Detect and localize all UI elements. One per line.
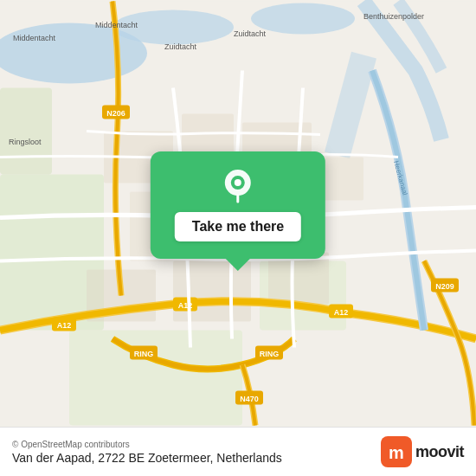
address-label: Van der Aapad, 2722 BE Zoetermeer, Nethe… (12, 451, 282, 465)
moovit-brand-name: moovit (415, 443, 464, 461)
svg-text:Ringsloot: Ringsloot (9, 138, 42, 146)
svg-rect-6 (69, 331, 242, 426)
svg-text:Middentacht: Middentacht (95, 21, 138, 29)
osm-credit: © OpenStreetMap contributors (12, 440, 282, 449)
svg-text:RING: RING (134, 350, 154, 358)
moovit-logo: m moovit (381, 436, 464, 467)
svg-point-3 (251, 3, 355, 35)
svg-text:m: m (389, 443, 404, 462)
location-pin-icon (219, 167, 257, 205)
svg-text:Zuidtacht: Zuidtacht (164, 42, 197, 51)
svg-text:A12: A12 (334, 308, 349, 317)
footer: © OpenStreetMap contributors Van der Aap… (0, 427, 476, 476)
location-popup[interactable]: Take me there (151, 151, 325, 259)
moovit-logo-icon: m (381, 436, 412, 467)
svg-text:N470: N470 (240, 395, 259, 403)
footer-info: © OpenStreetMap contributors Van der Aap… (12, 440, 282, 465)
svg-text:N206: N206 (106, 109, 125, 118)
app-container: A12 A12 A12 RING RING N206 N470 (0, 0, 476, 476)
svg-text:Middentacht: Middentacht (13, 34, 56, 42)
map-area: A12 A12 A12 RING RING N206 N470 (0, 0, 476, 427)
svg-text:Benthuizenpolder: Benthuizenpolder (363, 12, 424, 21)
svg-text:RING: RING (260, 350, 280, 358)
svg-text:N209: N209 (435, 282, 454, 291)
svg-text:A12: A12 (57, 321, 72, 330)
svg-rect-8 (0, 88, 52, 175)
svg-point-44 (235, 179, 241, 186)
take-me-there-button[interactable]: Take me there (175, 212, 301, 241)
svg-text:Zuidtacht: Zuidtacht (234, 29, 267, 38)
